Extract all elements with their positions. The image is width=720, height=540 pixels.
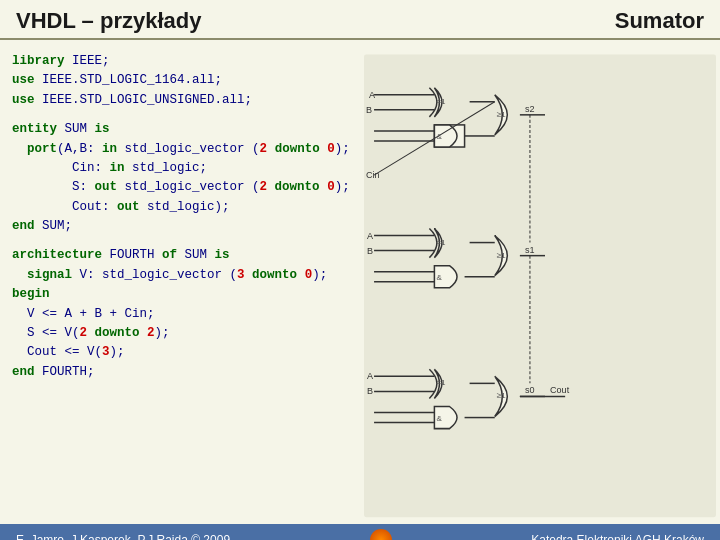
code-line-10: architecture FOURTH of SUM is [12, 246, 348, 265]
slide-title: VHDL – przykłady [16, 8, 201, 34]
blank-2 [12, 236, 348, 246]
code-line-15: Cout <= V(3); [12, 343, 348, 362]
svg-text:s1: s1 [525, 245, 535, 255]
svg-text:s2: s2 [525, 104, 535, 114]
code-line-14: S <= V(2 downto 2); [12, 324, 348, 343]
svg-text:Cin: Cin [366, 170, 380, 180]
svg-text:=1: =1 [436, 97, 446, 106]
code-line-8: Cout: out std_logic); [12, 198, 348, 217]
svg-text:≥1: ≥1 [497, 391, 506, 400]
svg-rect-0 [364, 54, 716, 517]
code-line-6: Cin: in std_logic; [12, 159, 348, 178]
code-line-4: entity SUM is [12, 120, 348, 139]
svg-text:A: A [369, 90, 376, 100]
svg-text:B: B [367, 386, 373, 396]
svg-text:B: B [367, 246, 373, 256]
slide-content: library IEEE; use IEEE.STD_LOGIC_1164.al… [0, 40, 720, 524]
svg-text:A: A [367, 371, 374, 381]
svg-text:B: B [366, 105, 372, 115]
code-line-3: use IEEE.STD_LOGIC_UNSIGNED.all; [12, 91, 348, 110]
svg-text:Cout: Cout [550, 385, 570, 395]
svg-text:A: A [367, 231, 374, 241]
slide-header: VHDL – przykłady Sumator [0, 0, 720, 40]
svg-text:&: & [436, 414, 442, 423]
code-line-9: end SUM; [12, 217, 348, 236]
blank-1 [12, 110, 348, 120]
footer-left-text: E. Jamro, J.Kasperek, P.J.Rajda © 2009 [16, 533, 230, 540]
code-line-16: end FOURTH; [12, 363, 348, 382]
footer-icon [370, 529, 392, 540]
code-line-13: V <= A + B + Cin; [12, 305, 348, 324]
circuit-svg: A B s2 Cin [364, 52, 716, 520]
svg-text:&: & [436, 273, 442, 282]
code-line-12: begin [12, 285, 348, 304]
svg-text:s0: s0 [525, 385, 535, 395]
svg-text:=1: =1 [436, 238, 446, 247]
code-line-11: signal V: std_logic_vector (3 downto 0); [12, 266, 348, 285]
circuit-diagram-panel: A B s2 Cin [360, 48, 720, 524]
svg-text:≥1: ≥1 [497, 110, 506, 119]
svg-text:&: & [436, 132, 442, 141]
svg-text:≥1: ≥1 [497, 251, 506, 260]
code-line-7: S: out std_logic_vector (2 downto 0); [12, 178, 348, 197]
slide-footer: E. Jamro, J.Kasperek, P.J.Rajda © 2009 K… [0, 524, 720, 540]
code-panel: library IEEE; use IEEE.STD_LOGIC_1164.al… [0, 48, 360, 524]
code-line-1: library IEEE; [12, 52, 348, 71]
code-line-5: port(A,B: in std_logic_vector (2 downto … [12, 140, 348, 159]
svg-text:=1: =1 [436, 378, 446, 387]
footer-right-text: Katedra Elektroniki AGH Kraków [531, 533, 704, 540]
slide-subtitle: Sumator [615, 8, 704, 34]
slide: VHDL – przykłady Sumator library IEEE; u… [0, 0, 720, 540]
code-line-2: use IEEE.STD_LOGIC_1164.all; [12, 71, 348, 90]
